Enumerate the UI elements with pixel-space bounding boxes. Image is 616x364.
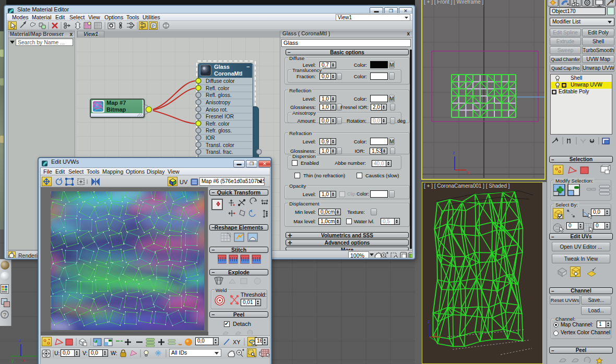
svg-text:z: z xyxy=(453,150,455,155)
svg-text:Diffuse color: Diffuse color xyxy=(206,78,235,84)
svg-text:x: x xyxy=(434,332,436,337)
svg-text:Anisotropy: Anisotropy xyxy=(206,100,230,105)
svg-text:XY: XY xyxy=(233,339,241,345)
svg-text:Refr. gloss.: Refr. gloss. xyxy=(206,128,232,134)
svg-text:Transl. frac.: Transl. frac. xyxy=(206,149,233,155)
svg-text:Refl. color: Refl. color xyxy=(206,86,230,91)
svg-text:x: x xyxy=(23,358,26,363)
svg-text:y: y xyxy=(437,339,440,344)
svg-text:z: z xyxy=(19,338,21,343)
svg-text:y: y xyxy=(11,358,14,363)
svg-text:Transl. color: Transl. color xyxy=(206,142,234,148)
svg-text:P: P xyxy=(152,23,155,29)
svg-text:IOR: IOR xyxy=(206,135,215,141)
svg-text:Aniso rot.: Aniso rot. xyxy=(206,107,228,113)
svg-text:UV: UV xyxy=(180,179,188,185)
svg-text:z: z xyxy=(428,319,430,324)
svg-text:Fresnel IOR: Fresnel IOR xyxy=(206,114,234,119)
svg-text:Refl. gloss.: Refl. gloss. xyxy=(206,92,231,98)
svg-text:x: x xyxy=(467,170,470,175)
svg-text:Refr. color: Refr. color xyxy=(206,121,230,127)
